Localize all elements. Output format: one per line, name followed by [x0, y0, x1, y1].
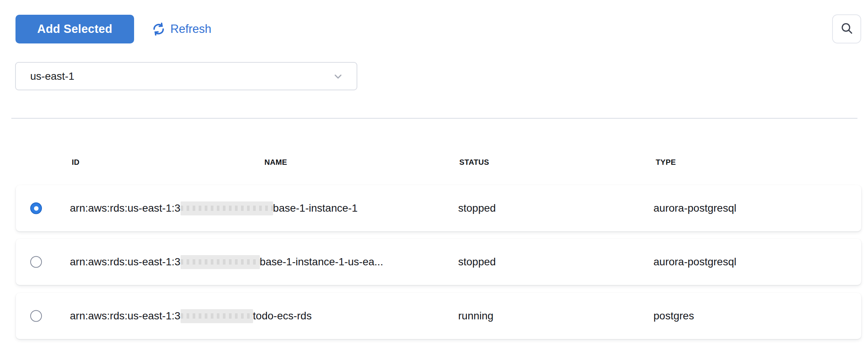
- search-button[interactable]: [832, 14, 861, 43]
- section-divider: [11, 118, 857, 119]
- cell-status: stopped: [458, 185, 496, 231]
- row-radio-button[interactable]: [30, 203, 42, 214]
- cell-type: postgres: [653, 293, 694, 339]
- refresh-label: Refresh: [170, 22, 212, 36]
- refresh-button[interactable]: Refresh: [152, 15, 212, 43]
- table-row[interactable]: arn:aws:rds:us-east-1:3base-1-instance-1…: [16, 185, 861, 231]
- redacted-account-id: [181, 201, 273, 215]
- table-row[interactable]: arn:aws:rds:us-east-1:3base-1-instance-1…: [16, 239, 861, 285]
- cell-id: arn:aws:rds:us-east-1:3base-1-instance-1: [70, 185, 358, 231]
- cell-type: aurora-postgresql: [653, 239, 736, 285]
- cell-status: stopped: [458, 239, 496, 285]
- column-header-status: STATUS: [459, 158, 489, 167]
- region-select[interactable]: us-east-1: [15, 62, 357, 90]
- search-icon: [840, 21, 854, 37]
- table-row[interactable]: arn:aws:rds:us-east-1:3todo-ecs-rds runn…: [16, 293, 861, 339]
- column-header-id: ID: [72, 158, 80, 167]
- row-radio-button[interactable]: [30, 256, 42, 268]
- cell-id: arn:aws:rds:us-east-1:3todo-ecs-rds: [70, 293, 312, 339]
- cell-type: aurora-postgresql: [653, 185, 736, 231]
- row-radio-button[interactable]: [30, 310, 42, 322]
- refresh-icon: [152, 22, 165, 36]
- instance-selector-page: Add Selected Refresh us-east-1: [0, 0, 868, 353]
- table-header: ID NAME STATUS TYPE: [0, 158, 868, 170]
- region-select-value: us-east-1: [30, 70, 332, 82]
- column-header-name: NAME: [264, 158, 287, 167]
- redacted-account-id: [181, 309, 253, 323]
- cell-id: arn:aws:rds:us-east-1:3base-1-instance-1…: [70, 239, 383, 285]
- chevron-down-icon: [332, 71, 344, 82]
- cell-status: running: [458, 293, 493, 339]
- column-header-type: TYPE: [656, 158, 676, 167]
- add-selected-button[interactable]: Add Selected: [15, 15, 134, 43]
- redacted-account-id: [181, 255, 260, 269]
